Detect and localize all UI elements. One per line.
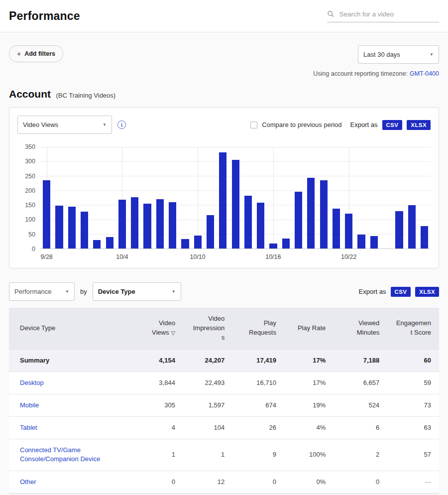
chart-bar-slot	[128, 147, 141, 248]
col-video-impressions[interactable]: Video Impressions	[183, 308, 232, 349]
device-link[interactable]: Tablet	[9, 417, 134, 439]
table-row: Desktop 3,844 22,493 16,710 17% 6,657 59	[9, 371, 439, 394]
chart-bar-slot	[40, 147, 53, 248]
chart-x-axis: 9/2810/410/1010/1610/22	[40, 249, 431, 262]
plus-icon: +	[17, 50, 21, 58]
timezone-prefix: Using account reporting timezone:	[313, 70, 408, 77]
chart-bar-slot	[280, 147, 292, 248]
breakdown-controls: Performance ▼ by Device Type ▼ Export as…	[9, 282, 439, 301]
chart-bar	[118, 200, 126, 248]
chevron-down-icon: ▼	[430, 52, 434, 57]
chart-bar	[131, 197, 138, 248]
chart-bar-slot	[267, 147, 279, 248]
export-as-label: Export as	[359, 288, 386, 295]
chart-y-tick-label: 350	[25, 143, 35, 150]
breakdown-type-select[interactable]: Device Type ▼	[93, 282, 181, 301]
chart-bar-slot	[292, 147, 305, 248]
chart-bar-slot	[141, 147, 153, 248]
table-row: Other 0 12 0 0% 0 ---	[9, 471, 439, 493]
export-csv-button[interactable]: CSV	[382, 120, 403, 130]
metric-select[interactable]: Video Views ▼	[17, 116, 112, 134]
chart-bar-slot	[91, 147, 103, 248]
chart-y-tick-label: 100	[25, 216, 35, 223]
account-subtitle: (BC Training Videos)	[56, 92, 115, 99]
dimension-select[interactable]: Performance ▼	[9, 282, 75, 301]
chart-y-tick-label: 50	[28, 231, 35, 238]
filter-row: + Add filters Last 30 days ▼ Using accou…	[9, 45, 439, 77]
col-play-rate[interactable]: Play Rate	[284, 308, 334, 349]
chart-bar	[282, 239, 290, 248]
chart-bar	[68, 207, 76, 249]
chevron-down-icon: ▼	[172, 289, 176, 294]
chart-bar	[295, 192, 302, 248]
add-filters-button[interactable]: + Add filters	[9, 45, 63, 62]
chart-bar	[307, 178, 315, 248]
export-xlsx-button[interactable]: XLSX	[407, 120, 431, 130]
chart-bar-slot	[393, 147, 405, 248]
breakdown-type-value: Device Type	[98, 288, 135, 295]
chart-x-tick-label: 10/10	[190, 253, 205, 260]
export-xlsx-button[interactable]: XLSX	[415, 287, 439, 297]
chart-bar-slot	[66, 147, 78, 248]
export-csv-button[interactable]: CSV	[391, 287, 411, 297]
timezone-link[interactable]: GMT-0400	[410, 70, 439, 77]
chart-bar-slot	[217, 147, 229, 248]
col-engagement-score[interactable]: Engagement Score	[387, 308, 439, 349]
chart-y-tick-label: 150	[25, 202, 35, 209]
chart-bar	[143, 204, 151, 248]
table-row: Tablet 4 104 26 4% 6 63	[9, 417, 439, 439]
chart-bar-slot	[53, 147, 65, 248]
page-title: Performance	[9, 9, 80, 23]
chart-bar-slot	[254, 147, 267, 248]
device-link[interactable]: Connected TV/Game Console/Companion Devi…	[9, 439, 134, 471]
chart-bar	[408, 205, 416, 248]
search-icon	[327, 10, 334, 18]
chart-bar	[345, 214, 352, 248]
col-play-requests[interactable]: Play Requests	[232, 308, 284, 349]
chart-bar	[357, 235, 365, 248]
chart-card-header: Video Views ▼ i Compare to previous peri…	[17, 116, 431, 134]
table-header-row: Device Type Video Views▽ Video Impressio…	[9, 308, 439, 349]
timezone-note: Using account reporting timezone:GMT-040…	[313, 70, 439, 77]
device-link[interactable]: Mobile	[9, 394, 134, 416]
filter-right-column: Last 30 days ▼ Using account reporting t…	[313, 45, 439, 77]
chart-export-controls: Compare to previous period Export as CSV…	[250, 120, 431, 130]
bar-chart-plot	[40, 147, 431, 249]
chart-bar	[106, 237, 113, 248]
chart-bar-slot	[204, 147, 217, 248]
chart-bar-slot	[242, 147, 254, 248]
search-input[interactable]	[338, 10, 439, 18]
chart-bar	[257, 203, 264, 248]
top-bar: Performance	[0, 0, 448, 32]
col-viewed-minutes[interactable]: Viewed Minutes	[334, 308, 387, 349]
info-icon[interactable]: i	[117, 121, 126, 129]
chart-bar-slot	[166, 147, 179, 248]
chart-bar	[244, 196, 252, 248]
breakdown-selects: Performance ▼ by Device Type ▼	[9, 282, 181, 301]
chart-y-axis: 050100150200250300350	[17, 147, 40, 249]
chart-y-tick-label: 300	[25, 158, 35, 165]
chart-bar-slot	[406, 147, 418, 248]
export-as-label: Export as	[350, 121, 378, 128]
chart-metric-controls: Video Views ▼ i	[17, 116, 126, 134]
chart-bar-slot	[116, 147, 128, 248]
col-video-views[interactable]: Video Views▽	[134, 308, 183, 349]
chart-card: Video Views ▼ i Compare to previous peri…	[9, 107, 439, 268]
compare-checkbox[interactable]	[250, 122, 257, 128]
date-range-select[interactable]: Last 30 days ▼	[358, 45, 439, 64]
chart-bar	[55, 206, 63, 248]
device-link[interactable]: Other	[9, 471, 134, 493]
chart-bar	[320, 180, 328, 248]
chart-bar	[232, 160, 239, 248]
chart-bar-slot	[380, 147, 393, 248]
device-link[interactable]: Desktop	[9, 371, 134, 394]
chart-bar-slot	[78, 147, 91, 248]
chart-bar-slot	[355, 147, 367, 248]
chart-bar	[219, 152, 226, 249]
video-search[interactable]	[327, 10, 439, 22]
chart-bar-slot	[154, 147, 166, 248]
table-row: Mobile 305 1,597 674 19% 524 73	[9, 394, 439, 416]
table-export-controls: Export as CSV XLSX	[359, 287, 439, 297]
dimension-select-value: Performance	[14, 288, 51, 295]
metric-select-value: Video Views	[23, 121, 58, 128]
